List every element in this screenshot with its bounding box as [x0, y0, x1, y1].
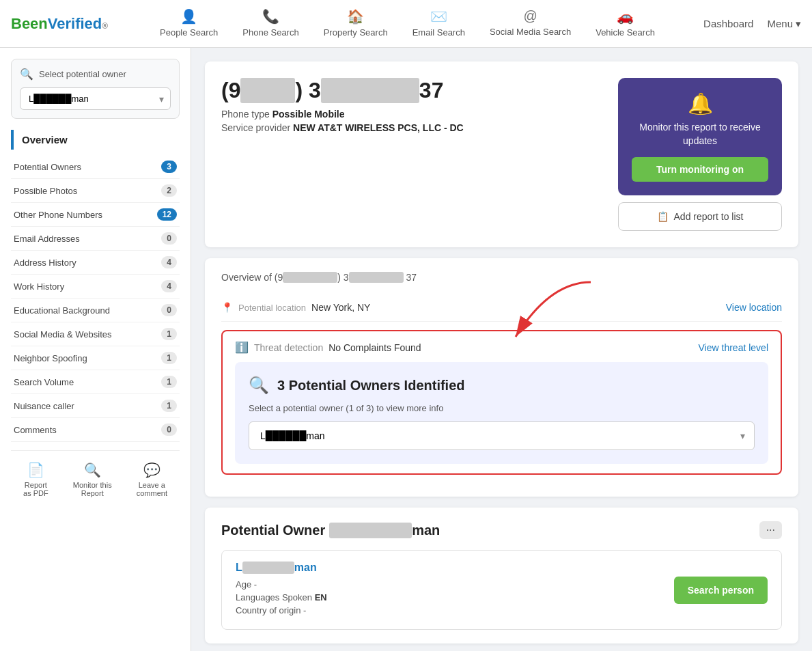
- owners-subtitle: Select a potential owner (1 of 3) to vie…: [249, 403, 755, 413]
- sidebar-nav-item[interactable]: Neighbor Spoofing 1: [11, 346, 180, 370]
- info-icon: ℹ️: [235, 341, 249, 354]
- leave-comment-button[interactable]: 💬 Leave a comment: [137, 462, 167, 497]
- overview-title: Overview: [22, 130, 180, 150]
- nav-item-social-search[interactable]: @ Social Media Search: [477, 0, 583, 47]
- potential-owners-header: 🔍 3 Potential Owners Identified: [249, 376, 755, 395]
- sidebar-nav-item[interactable]: Comments 0: [11, 418, 180, 442]
- search-icon: 🔍: [20, 68, 33, 81]
- threat-left: ℹ️ Threat detection No Complaints Found: [235, 341, 421, 354]
- sidebar-nav-item[interactable]: Educational Background 0: [11, 299, 180, 322]
- vehicle-icon: 🚗: [617, 8, 634, 25]
- menu-button[interactable]: Menu ▾: [767, 18, 801, 30]
- sidebar-nav-count: 1: [161, 328, 177, 340]
- page-layout: 🔍 Select potential owner L██████man ▾ Ov…: [0, 48, 812, 651]
- location-left: 📍 Potential location New York, NY: [221, 302, 370, 313]
- location-value: New York, NY: [311, 302, 370, 313]
- sidebar-nav-item[interactable]: Work History 4: [11, 275, 180, 299]
- sidebar-nav-label: Work History: [14, 281, 64, 292]
- owner-name-blurred: ████████: [329, 523, 412, 538]
- owners-select[interactable]: L██████man: [249, 421, 755, 450]
- sidebar-nav-item[interactable]: Possible Photos 2: [11, 179, 180, 203]
- owner-name-link[interactable]: L██████man: [236, 562, 674, 574]
- sidebar-nav-label: Social Media & Websites: [14, 329, 112, 340]
- potential-owners-box: 🔍 3 Potential Owners Identified Select a…: [235, 362, 768, 464]
- nav-item-vehicle-search[interactable]: 🚗 Vehicle Search: [583, 0, 667, 47]
- sidebar: 🔍 Select potential owner L██████man ▾ Ov…: [0, 48, 191, 651]
- sidebar-nav-item[interactable]: Email Addresses 0: [11, 227, 180, 251]
- nav-label-vehicle: Vehicle Search: [596, 27, 655, 38]
- sidebar-nav-label: Email Addresses: [14, 234, 80, 244]
- phone-number-middle: ██████: [321, 78, 419, 103]
- owner-select[interactable]: L██████man: [20, 87, 171, 110]
- sidebar-nav-count: 1: [161, 376, 177, 388]
- sidebar-nav-count: 12: [157, 208, 177, 221]
- nav-right: Dashboard Menu ▾: [703, 18, 801, 30]
- phone-icon: 📞: [262, 8, 279, 25]
- country-row: Country of origin -: [236, 605, 674, 615]
- threat-detection-box: ℹ️ Threat detection No Complaints Found …: [221, 330, 782, 475]
- sidebar-nav-label: Neighbor Spoofing: [14, 353, 87, 363]
- overview-section: Overview of (9██) 3██████ 37 📍 Potential…: [205, 258, 798, 497]
- view-location-link[interactable]: View location: [726, 302, 782, 313]
- phone-number-blurred: ██: [240, 78, 295, 103]
- potential-owner-card: Potential Owner ████████man ··· L██████m…: [205, 508, 798, 643]
- nav-item-phone-search[interactable]: 📞 Phone Search: [230, 0, 311, 47]
- owner-select-wrapper: L██████man ▾: [20, 87, 171, 110]
- sidebar-nav-count: 0: [161, 304, 177, 316]
- location-pin-icon: 📍: [221, 302, 233, 313]
- languages-row: Languages Spoken EN: [236, 592, 674, 602]
- sidebar-nav-label: Other Phone Numbers: [14, 210, 102, 220]
- report-pdf-button[interactable]: 📄 Report as PDF: [23, 462, 48, 497]
- owners-search-icon: 🔍: [249, 376, 269, 395]
- bell-icon: 🔔: [632, 92, 768, 115]
- nav-item-property-search[interactable]: 🏠 Property Search: [311, 0, 400, 47]
- sidebar-nav-list: Potential Owners 3 Possible Photos 2 Oth…: [11, 155, 180, 442]
- view-threat-level-link[interactable]: View threat level: [699, 342, 768, 353]
- nav-items: 👤 People Search 📞 Phone Search 🏠 Propert…: [148, 0, 703, 47]
- nav-item-email-search[interactable]: ✉️ Email Search: [400, 0, 477, 47]
- nav-item-people-search[interactable]: 👤 People Search: [148, 0, 230, 47]
- email-icon: ✉️: [430, 8, 447, 25]
- sidebar-nav-item[interactable]: Nuisance caller 1: [11, 394, 180, 418]
- dashboard-link[interactable]: Dashboard: [703, 18, 753, 29]
- comment-icon: 💬: [143, 462, 160, 478]
- turn-monitoring-on-button[interactable]: Turn monitoring on: [632, 157, 768, 182]
- languages-value: EN: [315, 592, 327, 602]
- more-options-button[interactable]: ···: [759, 521, 782, 539]
- monitor-report-button[interactable]: 🔍 Monitor this Report: [73, 462, 112, 497]
- phone-header-card: (9██) 3██████37 Phone type Possible Mobi…: [205, 61, 798, 247]
- potential-owner-card-title: Potential Owner ████████man ···: [221, 521, 782, 539]
- sidebar-nav-count: 0: [161, 232, 177, 245]
- phone-provider-value: NEW AT&T WIRELESS PCS, LLC - DC: [293, 122, 464, 133]
- sidebar-nav-count: 3: [161, 161, 177, 173]
- sidebar-nav-item[interactable]: Address History 4: [11, 251, 180, 275]
- sidebar-nav-label: Address History: [14, 258, 76, 268]
- sidebar-nav-count: 1: [161, 352, 177, 364]
- overview-number-blurred2: ██████: [349, 272, 404, 283]
- nav-label-property: Property Search: [324, 27, 388, 38]
- chevron-down-icon: ▾: [796, 18, 801, 30]
- threat-section: ℹ️ Threat detection No Complaints Found …: [221, 330, 782, 475]
- sidebar-nav-count: 4: [161, 280, 177, 292]
- owner-selector-header: 🔍 Select potential owner: [20, 68, 171, 81]
- sidebar-nav-item[interactable]: Potential Owners 3: [11, 155, 180, 179]
- sidebar-nav-item[interactable]: Other Phone Numbers 12: [11, 203, 180, 227]
- nav-label-social: Social Media Search: [490, 27, 571, 37]
- sidebar-nav-count: 1: [161, 400, 177, 412]
- nav-label-email: Email Search: [412, 27, 465, 38]
- add-report-to-list-button[interactable]: 📋 Add report to list: [618, 202, 782, 231]
- sidebar-nav-label: Educational Background: [14, 305, 110, 316]
- potential-owners-title: 3 Potential Owners Identified: [277, 378, 465, 393]
- sidebar-actions: 📄 Report as PDF 🔍 Monitor this Report 💬 …: [11, 450, 180, 500]
- threat-row: ℹ️ Threat detection No Complaints Found …: [235, 341, 768, 354]
- monitor-box: 🔔 Monitor this report to receive updates…: [618, 78, 782, 195]
- right-panel: 🔔 Monitor this report to receive updates…: [618, 78, 782, 231]
- monitor-text: Monitor this report to receive updates: [632, 121, 768, 148]
- sidebar-nav-label: Search Volume: [14, 377, 74, 387]
- sidebar-nav-item[interactable]: Search Volume 1: [11, 370, 180, 394]
- search-person-button[interactable]: Search person: [674, 577, 768, 604]
- logo[interactable]: BeenVerified®: [11, 15, 134, 33]
- phone-info: (9██) 3██████37 Phone type Possible Mobi…: [221, 78, 604, 133]
- threat-value: No Complaints Found: [328, 342, 421, 353]
- sidebar-nav-item[interactable]: Social Media & Websites 1: [11, 322, 180, 346]
